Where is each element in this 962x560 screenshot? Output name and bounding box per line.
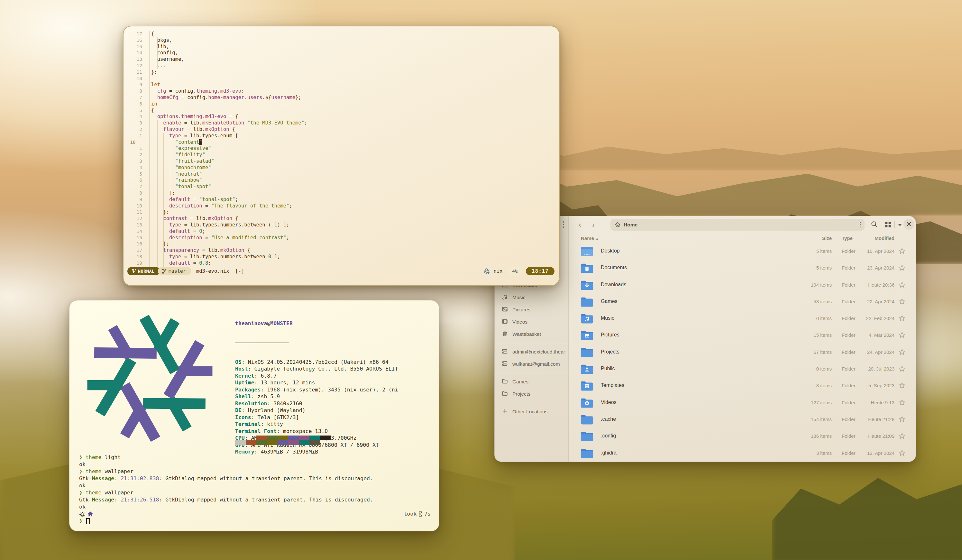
code-line[interactable]: 12 ... bbox=[124, 63, 557, 69]
terminal-window: theaninova@MONSTER OS: NixOS 24.05.20240… bbox=[69, 300, 439, 531]
code-line[interactable]: 5 "neutral" bbox=[124, 171, 557, 178]
star-icon[interactable] bbox=[899, 399, 906, 406]
sidebar-item-admin-nextcloud-theanin-[interactable]: admin@nextcloud.theanin... bbox=[495, 346, 569, 358]
code-line[interactable]: 2 "fidelity" bbox=[124, 152, 557, 158]
editor-code[interactable]: 17{16 pkgs,15 lib,14 config,13 username,… bbox=[124, 31, 557, 266]
code-line[interactable]: 17 transparency = lib.mkOption { bbox=[124, 247, 557, 254]
column-header-name[interactable]: Name ▲ bbox=[581, 236, 599, 241]
file-size: 3 items bbox=[790, 450, 832, 456]
code-line[interactable]: 3 enable = lib.mkEnableOption "the MD3-E… bbox=[124, 120, 557, 126]
star-icon[interactable] bbox=[899, 365, 906, 372]
star-icon[interactable] bbox=[899, 298, 906, 305]
star-icon[interactable] bbox=[899, 281, 906, 288]
code-line[interactable]: 14 config, bbox=[124, 50, 557, 56]
code-line[interactable]: 1 "expressive" bbox=[124, 145, 557, 152]
column-header-modified[interactable]: Modified bbox=[846, 236, 894, 241]
star-icon[interactable] bbox=[899, 332, 906, 338]
code-line[interactable]: 4 options.theming.md3-evo = { bbox=[124, 113, 557, 120]
forward-button[interactable]: › bbox=[589, 220, 598, 230]
code-line[interactable]: 14 default = 0; bbox=[124, 228, 557, 235]
palette-swatch bbox=[267, 441, 278, 445]
sidebar-item-other-locations[interactable]: Other Locations bbox=[495, 406, 569, 418]
code-line[interactable]: 9 default = "tonal-spot"; bbox=[124, 197, 557, 203]
code-line[interactable]: 8 cfg = config.theming.md3-evo; bbox=[124, 88, 557, 95]
code-line[interactable]: 10 description = "The flavour of the the… bbox=[124, 203, 557, 210]
star-icon[interactable] bbox=[899, 315, 906, 322]
grid-view-icon[interactable] bbox=[885, 221, 891, 228]
star-icon[interactable] bbox=[899, 433, 906, 439]
code-line[interactable]: 3 "fruit-salad" bbox=[124, 158, 557, 165]
code-line[interactable]: 5{ bbox=[124, 107, 557, 114]
search-icon[interactable] bbox=[870, 220, 878, 228]
code-line[interactable]: 16 }; bbox=[124, 241, 557, 247]
fetch-row: Packages: 1968 (nix-system), 3435 (nix-u… bbox=[235, 386, 398, 394]
star-icon[interactable] bbox=[899, 450, 906, 457]
sidebar-item-videos[interactable]: Videos bbox=[495, 316, 569, 328]
sidebar-item-projects[interactable]: Projects bbox=[495, 388, 569, 400]
table-row[interactable]: Downloads194 itemsFolderHeute 20:36 bbox=[569, 277, 916, 294]
sidebar-menu-dots-icon[interactable] bbox=[563, 221, 564, 228]
code-line[interactable]: 7 "tonal-spot" bbox=[124, 184, 557, 190]
code-line[interactable]: 11}: bbox=[124, 69, 557, 76]
videos-icon bbox=[502, 318, 508, 324]
column-header-size[interactable]: Size bbox=[800, 236, 832, 241]
table-row[interactable]: Music0 itemsFolder22. Feb 2024 bbox=[569, 310, 916, 327]
sidebar-item-games[interactable]: Games bbox=[495, 376, 569, 388]
code-line[interactable]: 13 username, bbox=[124, 56, 557, 63]
palette-swatch bbox=[288, 441, 299, 445]
sidebar-item-label: Wastebasket bbox=[512, 331, 541, 337]
path-bar[interactable]: Home bbox=[610, 219, 865, 231]
mode-label: NORMAL bbox=[138, 269, 155, 274]
terminal-line: ok bbox=[79, 482, 431, 489]
code-line[interactable]: 9let bbox=[124, 82, 557, 88]
code-line[interactable]: 10 bbox=[124, 76, 557, 82]
star-icon[interactable] bbox=[899, 349, 906, 355]
close-button[interactable] bbox=[904, 219, 914, 230]
table-row[interactable]: Desktop5 itemsFolder10. Apr 2024 bbox=[569, 243, 916, 260]
table-row[interactable]: .cache154 itemsFolderHeute 21:28 bbox=[569, 412, 916, 428]
code-line[interactable]: 18 "content" bbox=[124, 139, 557, 146]
terminal-scrollback[interactable]: ❯ theme lightok❯ theme wallpaperGtk-Mess… bbox=[79, 454, 431, 524]
folder-icon bbox=[580, 397, 594, 408]
code-line[interactable]: 19 default = 0.8; bbox=[124, 260, 557, 267]
table-row[interactable]: Games53 itemsFolder22. Apr 2024 bbox=[569, 294, 916, 310]
code-line[interactable]: 11 }; bbox=[124, 209, 557, 216]
table-row[interactable]: Projects67 itemsFolder24. Apr 2024 bbox=[569, 344, 916, 361]
table-row[interactable]: Public0 itemsFolder20. Jul 2023 bbox=[569, 361, 916, 378]
terminal-line: ok bbox=[79, 504, 431, 510]
code-line[interactable]: 6 "rainbow" bbox=[124, 177, 557, 184]
path-menu-icon[interactable] bbox=[860, 222, 861, 228]
code-line[interactable]: 6in bbox=[124, 101, 557, 107]
folder-icon bbox=[580, 431, 594, 442]
star-icon[interactable] bbox=[899, 265, 906, 271]
star-icon[interactable] bbox=[899, 416, 906, 423]
table-row[interactable]: .config186 itemsFolderHeute 21:09 bbox=[569, 428, 916, 445]
table-row[interactable]: Templates3 itemsFolder5. Sep 2023 bbox=[569, 378, 916, 394]
code-line[interactable]: 15 description = "Use a modified contras… bbox=[124, 235, 557, 241]
code-line[interactable]: 18 type = lib.types.numbers.between 0 1; bbox=[124, 254, 557, 260]
table-row[interactable]: Pictures15 itemsFolder4. Mär 2024 bbox=[569, 327, 916, 344]
code-line[interactable]: 8 ]; bbox=[124, 190, 557, 197]
code-line[interactable]: 16 pkgs, bbox=[124, 37, 557, 44]
code-line[interactable]: 4 "monochrome" bbox=[124, 165, 557, 171]
code-line[interactable]: 7 homeCfg = config.home-manager.users.${… bbox=[124, 95, 557, 101]
star-icon[interactable] bbox=[899, 248, 906, 255]
table-row[interactable]: Videos127 itemsFolderHeute 9:13 bbox=[569, 395, 916, 412]
sidebar-item-wastebasket[interactable]: Wastebasket bbox=[495, 328, 569, 340]
line-number: 15 bbox=[124, 44, 142, 50]
table-row[interactable]: .ghidra3 itemsFolder12. Apr 2024 bbox=[569, 445, 916, 462]
back-button[interactable]: ‹ bbox=[575, 220, 585, 230]
code-line[interactable]: 15 lib, bbox=[124, 44, 557, 50]
code-line[interactable]: 1 type = lib.types.enum [ bbox=[124, 133, 557, 139]
sidebar-item-pictures[interactable]: Pictures bbox=[495, 303, 569, 316]
sidebar-item-wulkanat-gmail-com[interactable]: wulkanat@gmail.com bbox=[495, 358, 569, 370]
code-line[interactable]: 13 type = lib.types.numbers.between (-1)… bbox=[124, 222, 557, 228]
code-line[interactable]: 12 contrast = lib.mkOption { bbox=[124, 216, 557, 222]
table-row[interactable]: Documents5 itemsFolder23. Apr 2024 bbox=[569, 260, 916, 277]
star-icon[interactable] bbox=[899, 382, 906, 389]
code-line[interactable]: 17{ bbox=[124, 31, 557, 37]
sidebar-item-music[interactable]: Music bbox=[495, 291, 569, 303]
code-line[interactable]: 2 flavour = lib.mkOption { bbox=[124, 126, 557, 133]
view-options-caret-icon[interactable] bbox=[898, 224, 902, 226]
file-size: 127 items bbox=[790, 400, 832, 405]
